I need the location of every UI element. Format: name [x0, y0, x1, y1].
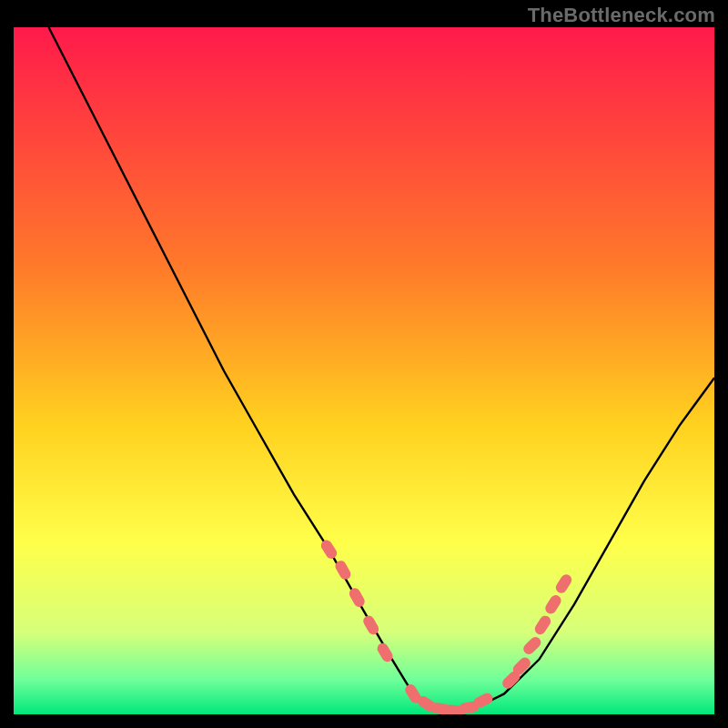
chart-frame — [14, 27, 714, 714]
watermark-text: TheBottleneck.com — [528, 4, 715, 27]
bottleneck-chart — [14, 27, 714, 714]
